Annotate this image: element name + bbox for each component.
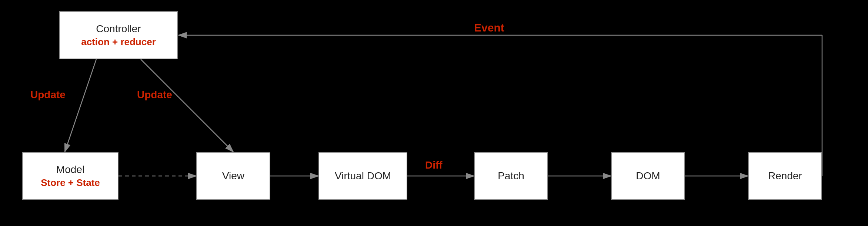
- virtualdom-title: Virtual DOM: [335, 170, 391, 182]
- diff-label: Diff: [425, 159, 443, 171]
- model-subtitle: Store + State: [41, 177, 100, 189]
- controller-title: Controller: [96, 23, 141, 35]
- controller-box: Controller action + reducer: [59, 11, 178, 59]
- render-box: Render: [748, 152, 822, 200]
- patch-box: Patch: [474, 152, 548, 200]
- update-left-label: Update: [30, 89, 66, 101]
- dom-title: DOM: [636, 170, 660, 182]
- model-title: Model: [56, 164, 84, 176]
- diagram: Controller action + reducer Model Store …: [0, 0, 868, 226]
- model-box: Model Store + State: [22, 152, 118, 200]
- patch-title: Patch: [498, 170, 524, 182]
- controller-subtitle: action + reducer: [81, 36, 156, 48]
- svg-line-4: [65, 59, 96, 152]
- virtualdom-box: Virtual DOM: [318, 152, 407, 200]
- view-box: View: [196, 152, 270, 200]
- view-title: View: [222, 170, 244, 182]
- dom-box: DOM: [611, 152, 685, 200]
- render-title: Render: [768, 170, 802, 182]
- update-right-label: Update: [137, 89, 172, 101]
- svg-line-5: [141, 59, 233, 152]
- event-label: Event: [474, 21, 504, 34]
